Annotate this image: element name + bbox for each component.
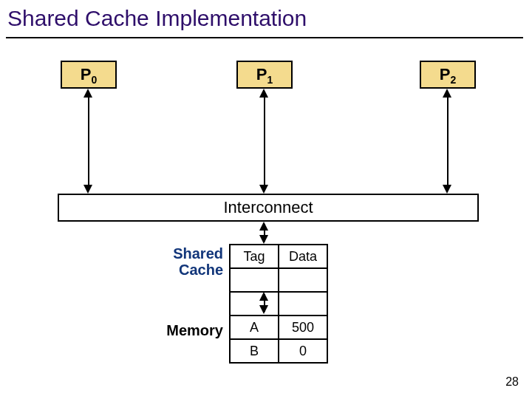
- table-row: [230, 268, 327, 292]
- memory-val: 0: [279, 339, 327, 363]
- arrow-interconnect-cache-up-icon: [259, 222, 268, 231]
- page-title: Shared Cache Implementation: [7, 6, 307, 31]
- shared-cache-label: SharedCache: [151, 245, 223, 278]
- table-row: A 500: [230, 316, 327, 339]
- cache-header-data: Data: [279, 245, 327, 268]
- arrow-p0-down-icon: [83, 185, 92, 194]
- memory-addr: A: [230, 316, 279, 339]
- cache-cell: [230, 268, 279, 292]
- interconnect-box: Interconnect: [58, 194, 479, 222]
- table-row: Tag Data: [230, 245, 327, 268]
- processor-p0-sub: 0: [91, 74, 97, 86]
- cache-cell: [279, 268, 327, 292]
- arrow-p2-up-icon: [443, 89, 451, 98]
- arrow-p1-up-icon: [259, 89, 268, 98]
- cache-cell: [279, 292, 327, 316]
- processor-p1: P1: [236, 61, 293, 89]
- arrow-p1-down-icon: [259, 185, 268, 194]
- processor-p1-sub: 1: [267, 74, 273, 86]
- memory-val: 500: [279, 316, 327, 339]
- arrow-p1-interconnect-line: [264, 92, 265, 191]
- arrow-p2-down-icon: [443, 185, 451, 194]
- memory-table: A 500 B 0: [229, 315, 328, 364]
- processor-p0-letter: P: [81, 65, 92, 83]
- memory-label: Memory: [151, 322, 223, 338]
- processor-p2: P2: [420, 61, 476, 89]
- cache-cell: [230, 292, 279, 316]
- processor-p2-sub: 2: [450, 74, 456, 86]
- processor-p0: P0: [61, 61, 117, 89]
- cache-header-tag: Tag: [230, 245, 279, 268]
- page-number: 28: [505, 375, 519, 389]
- arrow-p2-interconnect-line: [447, 92, 449, 191]
- arrow-p0-up-icon: [83, 89, 92, 98]
- arrow-interconnect-cache-down-icon: [259, 235, 268, 244]
- processor-p2-letter: P: [440, 65, 451, 83]
- title-underline: [6, 37, 523, 38]
- arrow-cache-memory-down-icon: [259, 305, 268, 314]
- memory-addr: B: [230, 339, 279, 363]
- arrow-cache-memory-up-icon: [259, 292, 268, 301]
- processor-p1-letter: P: [256, 65, 267, 83]
- table-row: [230, 292, 327, 316]
- arrow-p0-interconnect-line: [88, 92, 89, 191]
- shared-cache-table: Tag Data: [229, 244, 328, 316]
- table-row: B 0: [230, 339, 327, 363]
